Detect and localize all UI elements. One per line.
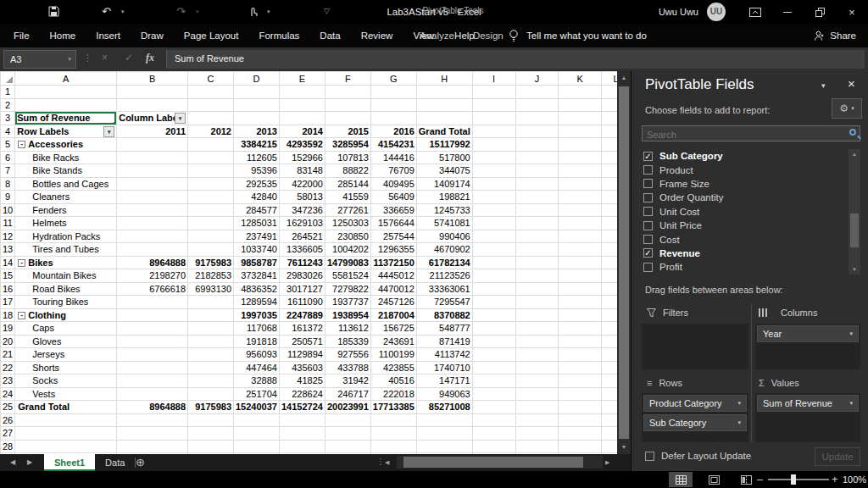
pivot-value-cell[interactable]: 422000 <box>279 177 325 191</box>
pivot-value-cell[interactable]: 1100199 <box>370 348 416 362</box>
pivot-value-cell[interactable]: 1409174 <box>416 177 472 191</box>
cell[interactable] <box>515 243 559 257</box>
pivot-value-cell[interactable]: 117068 <box>234 322 280 336</box>
pivot-value-cell[interactable]: 61782134 <box>416 256 472 269</box>
redo-dropdown-icon[interactable]: ▾ <box>196 8 199 15</box>
pivot-row-label[interactable]: Jerseys <box>15 348 117 362</box>
cell[interactable] <box>559 125 602 138</box>
cell-row-labels[interactable]: Row Labels▾ <box>15 125 117 138</box>
row-header-20[interactable]: 20 <box>1 335 15 348</box>
cell[interactable] <box>515 401 559 414</box>
col-header-g[interactable]: G <box>370 72 416 86</box>
pivot-col-header[interactable]: 2015 <box>325 125 370 138</box>
update-button[interactable]: Update <box>815 447 860 466</box>
cell[interactable] <box>559 322 602 336</box>
cell[interactable] <box>515 308 559 322</box>
pivot-value-cell[interactable]: 4293592 <box>279 138 325 152</box>
field-search-input[interactable] <box>643 128 837 142</box>
pivot-value-cell[interactable]: 423855 <box>370 361 416 374</box>
pivot-value-cell[interactable]: 990406 <box>416 230 472 243</box>
insert-function-icon[interactable]: fx <box>146 52 154 64</box>
pivot-value-cell[interactable] <box>188 191 234 204</box>
pivot-value-cell[interactable] <box>117 191 188 204</box>
cell[interactable] <box>559 361 602 374</box>
pivot-value-cell[interactable]: 14799083 <box>325 256 370 269</box>
pivot-value-cell[interactable]: 2182853 <box>188 269 234 283</box>
row-header-19[interactable]: 19 <box>1 322 15 336</box>
pill-dropdown-icon[interactable]: ▾ <box>737 415 741 430</box>
cell[interactable] <box>515 112 559 125</box>
cell[interactable] <box>279 86 325 99</box>
col-header-d[interactable]: D <box>234 72 280 86</box>
field-item-product[interactable]: Product <box>642 163 847 176</box>
pivot-value-cell[interactable]: 14152724 <box>279 401 325 414</box>
pivot-value-cell[interactable] <box>117 348 188 362</box>
collapse-minus-icon[interactable]: - <box>18 141 25 148</box>
cell[interactable] <box>472 203 515 217</box>
col-header-j[interactable]: J <box>515 72 559 86</box>
pivot-value-cell[interactable]: 76709 <box>370 164 416 178</box>
pivot-value-cell[interactable]: 8370882 <box>416 308 472 322</box>
row-header-22[interactable]: 22 <box>1 361 15 374</box>
pivot-value-cell[interactable]: 2247889 <box>279 308 325 322</box>
confirm-entry-icon[interactable]: ✓ <box>125 52 133 64</box>
pivot-value-cell[interactable] <box>188 296 234 309</box>
cell[interactable] <box>515 374 559 388</box>
ribbon-tab-page-layout[interactable]: Page Layout <box>174 24 249 47</box>
values-area-box[interactable]: Sum of Revenue▾ <box>755 393 860 442</box>
row-header-11[interactable]: 11 <box>1 217 15 230</box>
pivot-value-cell[interactable]: 185339 <box>325 335 370 348</box>
pivot-value-cell[interactable]: 7611243 <box>279 256 325 269</box>
pivot-value-cell[interactable]: 41559 <box>325 191 370 204</box>
cell[interactable] <box>117 413 188 427</box>
cell[interactable] <box>559 256 602 269</box>
pivot-row-label[interactable]: Road Bikes <box>15 282 117 296</box>
filter-dropdown-icon[interactable]: ▾ <box>103 126 114 137</box>
cell[interactable] <box>279 413 325 427</box>
pivot-value-cell[interactable]: 1033740 <box>234 243 280 257</box>
cell[interactable] <box>559 243 602 257</box>
pivot-value-cell[interactable]: 347236 <box>279 203 325 217</box>
cell[interactable] <box>515 348 559 362</box>
scrollbar-splitter[interactable]: ⋮ <box>376 457 385 466</box>
cell[interactable] <box>416 440 472 453</box>
cell[interactable] <box>559 348 602 362</box>
pivot-value-cell[interactable]: 1296355 <box>370 243 416 257</box>
cell[interactable] <box>472 269 515 283</box>
pivot-value-cell[interactable]: 517800 <box>416 151 472 164</box>
pivot-value-cell[interactable]: 161372 <box>279 322 325 336</box>
ribbon-tab-data[interactable]: Data <box>309 24 350 47</box>
tools-button[interactable]: ⚙▾ <box>832 98 862 119</box>
cell[interactable] <box>234 98 280 112</box>
cell[interactable] <box>279 427 325 441</box>
row-header-12[interactable]: 12 <box>1 230 15 243</box>
ribbon-tab-formulas[interactable]: Formulas <box>248 24 309 47</box>
name-box[interactable]: A3 ▾ <box>3 50 76 69</box>
pivot-value-cell[interactable] <box>188 361 234 374</box>
pivot-value-cell[interactable]: 112605 <box>234 151 280 164</box>
sheet-tab-data[interactable]: Data <box>95 454 135 471</box>
pivot-value-cell[interactable]: 42840 <box>234 191 280 204</box>
field-list-scroll-up-icon[interactable]: ▲ <box>849 149 860 159</box>
pivot-value-cell[interactable] <box>117 151 188 164</box>
defer-checkbox[interactable] <box>645 452 654 461</box>
field-checkbox[interactable] <box>643 221 653 230</box>
normal-view-icon[interactable] <box>669 472 693 487</box>
row-header-6[interactable]: 6 <box>1 151 15 164</box>
pivot-value-cell[interactable]: 95396 <box>234 164 280 178</box>
pivot-value-cell[interactable]: 1336605 <box>279 243 325 257</box>
cell[interactable] <box>370 427 416 441</box>
pivot-value-cell[interactable] <box>188 151 234 164</box>
cell[interactable] <box>515 440 559 453</box>
cell[interactable] <box>188 427 234 441</box>
row-header-18[interactable]: 18 <box>1 308 15 322</box>
pivot-row-label[interactable]: Bike Stands <box>15 164 117 178</box>
row-header-8[interactable]: 8 <box>1 177 15 191</box>
cell[interactable] <box>559 217 602 230</box>
cell[interactable] <box>515 191 559 204</box>
pivot-value-cell[interactable]: 1004202 <box>325 243 370 257</box>
pivot-value-cell[interactable]: 1129894 <box>279 348 325 362</box>
row-header-3[interactable]: 3 <box>1 112 15 125</box>
cell[interactable] <box>325 440 370 453</box>
cell[interactable] <box>559 308 602 322</box>
